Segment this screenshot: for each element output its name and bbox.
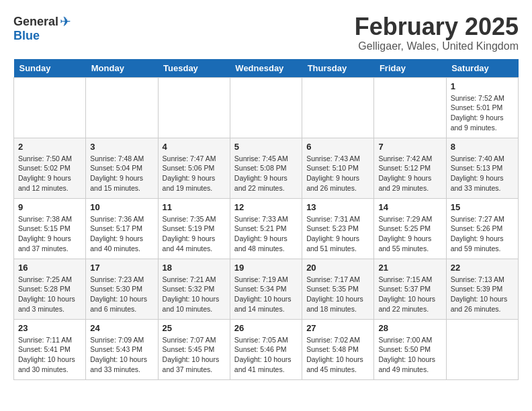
day-info: Sunrise: 7:19 AM Sunset: 5:34 PM Dayligh… [234, 275, 298, 314]
calendar-cell: 27Sunrise: 7:02 AM Sunset: 5:48 PM Dayli… [302, 319, 374, 379]
day-info: Sunrise: 7:00 AM Sunset: 5:50 PM Dayligh… [378, 335, 441, 375]
day-info: Sunrise: 7:21 AM Sunset: 5:32 PM Dayligh… [163, 275, 226, 314]
calendar-cell: 18Sunrise: 7:21 AM Sunset: 5:32 PM Dayli… [158, 259, 230, 319]
logo-blue-text: Blue [13, 29, 40, 42]
day-number: 24 [90, 323, 153, 333]
day-header-monday: Monday [86, 59, 158, 78]
calendar-cell: 24Sunrise: 7:09 AM Sunset: 5:43 PM Dayli… [86, 319, 158, 379]
day-number: 2 [18, 142, 81, 152]
day-info: Sunrise: 7:47 AM Sunset: 5:06 PM Dayligh… [163, 154, 226, 193]
calendar-cell [302, 77, 374, 138]
day-info: Sunrise: 7:50 AM Sunset: 5:02 PM Dayligh… [18, 154, 81, 193]
day-info: Sunrise: 7:13 AM Sunset: 5:39 PM Dayligh… [451, 275, 514, 314]
calendar-cell: 8Sunrise: 7:40 AM Sunset: 5:13 PM Daylig… [446, 138, 518, 198]
day-number: 14 [378, 202, 441, 212]
day-number: 25 [163, 323, 226, 333]
day-number: 8 [451, 142, 514, 152]
day-number: 13 [306, 202, 369, 212]
day-number: 21 [378, 263, 441, 273]
calendar-cell: 23Sunrise: 7:11 AM Sunset: 5:41 PM Dayli… [14, 319, 86, 379]
day-number: 22 [451, 263, 514, 273]
calendar-cell: 9Sunrise: 7:38 AM Sunset: 5:15 PM Daylig… [14, 198, 86, 259]
day-info: Sunrise: 7:25 AM Sunset: 5:28 PM Dayligh… [18, 275, 81, 314]
day-info: Sunrise: 7:23 AM Sunset: 5:30 PM Dayligh… [90, 275, 153, 314]
day-info: Sunrise: 7:38 AM Sunset: 5:15 PM Dayligh… [18, 214, 81, 254]
day-info: Sunrise: 7:07 AM Sunset: 5:45 PM Dayligh… [163, 335, 226, 375]
day-number: 16 [18, 263, 81, 273]
day-info: Sunrise: 7:48 AM Sunset: 5:04 PM Dayligh… [90, 154, 153, 193]
calendar-cell [158, 77, 230, 138]
calendar-subtitle: Gelligaer, Wales, United Kingdom [355, 40, 519, 52]
day-info: Sunrise: 7:43 AM Sunset: 5:10 PM Dayligh… [306, 154, 369, 193]
calendar-cell: 25Sunrise: 7:07 AM Sunset: 5:45 PM Dayli… [158, 319, 230, 379]
day-number: 15 [451, 202, 514, 212]
logo-general-text: General [13, 15, 58, 28]
page-header: General ✈ Blue February 2025 Gelligaer, … [13, 13, 519, 52]
calendar-cell: 10Sunrise: 7:36 AM Sunset: 5:17 PM Dayli… [86, 198, 158, 259]
day-number: 17 [90, 263, 153, 273]
day-number: 4 [163, 142, 226, 152]
day-number: 10 [90, 202, 153, 212]
day-number: 3 [90, 142, 153, 152]
day-number: 1 [451, 81, 514, 91]
calendar-cell: 6Sunrise: 7:43 AM Sunset: 5:10 PM Daylig… [302, 138, 374, 198]
calendar-cell: 20Sunrise: 7:17 AM Sunset: 5:35 PM Dayli… [302, 259, 374, 319]
day-info: Sunrise: 7:52 AM Sunset: 5:01 PM Dayligh… [451, 93, 514, 133]
day-info: Sunrise: 7:29 AM Sunset: 5:25 PM Dayligh… [378, 214, 441, 254]
day-info: Sunrise: 7:05 AM Sunset: 5:46 PM Dayligh… [234, 335, 298, 375]
calendar-cell: 11Sunrise: 7:35 AM Sunset: 5:19 PM Dayli… [158, 198, 230, 259]
calendar-cell: 4Sunrise: 7:47 AM Sunset: 5:06 PM Daylig… [158, 138, 230, 198]
calendar-cell: 5Sunrise: 7:45 AM Sunset: 5:08 PM Daylig… [230, 138, 302, 198]
day-info: Sunrise: 7:27 AM Sunset: 5:26 PM Dayligh… [451, 214, 514, 254]
calendar-cell [374, 77, 446, 138]
day-info: Sunrise: 7:40 AM Sunset: 5:13 PM Dayligh… [451, 154, 514, 193]
day-info: Sunrise: 7:35 AM Sunset: 5:19 PM Dayligh… [163, 214, 226, 254]
logo: General ✈ Blue [13, 13, 71, 42]
calendar-cell: 14Sunrise: 7:29 AM Sunset: 5:25 PM Dayli… [374, 198, 446, 259]
calendar-cell: 12Sunrise: 7:33 AM Sunset: 5:21 PM Dayli… [230, 198, 302, 259]
calendar-cell: 15Sunrise: 7:27 AM Sunset: 5:26 PM Dayli… [446, 198, 518, 259]
day-header-tuesday: Tuesday [158, 59, 230, 78]
day-info: Sunrise: 7:02 AM Sunset: 5:48 PM Dayligh… [306, 335, 369, 375]
day-info: Sunrise: 7:33 AM Sunset: 5:21 PM Dayligh… [234, 214, 298, 254]
calendar-cell: 26Sunrise: 7:05 AM Sunset: 5:46 PM Dayli… [230, 319, 302, 379]
calendar-cell: 1Sunrise: 7:52 AM Sunset: 5:01 PM Daylig… [446, 77, 518, 138]
calendar-cell: 3Sunrise: 7:48 AM Sunset: 5:04 PM Daylig… [86, 138, 158, 198]
day-header-friday: Friday [374, 59, 446, 78]
day-info: Sunrise: 7:42 AM Sunset: 5:12 PM Dayligh… [378, 154, 441, 193]
calendar-title: February 2025 [355, 13, 519, 40]
day-number: 20 [306, 263, 369, 273]
day-number: 6 [306, 142, 369, 152]
calendar-cell: 22Sunrise: 7:13 AM Sunset: 5:39 PM Dayli… [446, 259, 518, 319]
day-info: Sunrise: 7:15 AM Sunset: 5:37 PM Dayligh… [378, 275, 441, 314]
day-info: Sunrise: 7:09 AM Sunset: 5:43 PM Dayligh… [90, 335, 153, 375]
calendar-week-row: 23Sunrise: 7:11 AM Sunset: 5:41 PM Dayli… [14, 319, 519, 379]
day-info: Sunrise: 7:17 AM Sunset: 5:35 PM Dayligh… [306, 275, 369, 314]
day-number: 28 [378, 323, 441, 333]
day-number: 23 [18, 323, 81, 333]
calendar-cell: 16Sunrise: 7:25 AM Sunset: 5:28 PM Dayli… [14, 259, 86, 319]
calendar-cell: 28Sunrise: 7:00 AM Sunset: 5:50 PM Dayli… [374, 319, 446, 379]
calendar-title-section: February 2025 Gelligaer, Wales, United K… [355, 13, 519, 52]
calendar-table: SundayMondayTuesdayWednesdayThursdayFrid… [13, 59, 519, 380]
calendar-week-row: 2Sunrise: 7:50 AM Sunset: 5:02 PM Daylig… [14, 138, 519, 198]
day-number: 9 [18, 202, 81, 212]
calendar-cell: 2Sunrise: 7:50 AM Sunset: 5:02 PM Daylig… [14, 138, 86, 198]
calendar-week-row: 1Sunrise: 7:52 AM Sunset: 5:01 PM Daylig… [14, 77, 519, 138]
day-info: Sunrise: 7:36 AM Sunset: 5:17 PM Dayligh… [90, 214, 153, 254]
day-number: 12 [234, 202, 298, 212]
calendar-week-row: 9Sunrise: 7:38 AM Sunset: 5:15 PM Daylig… [14, 198, 519, 259]
day-number: 19 [234, 263, 298, 273]
calendar-cell [14, 77, 86, 138]
day-number: 7 [378, 142, 441, 152]
day-header-wednesday: Wednesday [230, 59, 302, 78]
calendar-cell: 7Sunrise: 7:42 AM Sunset: 5:12 PM Daylig… [374, 138, 446, 198]
logo-bird-icon: ✈ [60, 13, 71, 30]
calendar-cell: 19Sunrise: 7:19 AM Sunset: 5:34 PM Dayli… [230, 259, 302, 319]
day-info: Sunrise: 7:11 AM Sunset: 5:41 PM Dayligh… [18, 335, 81, 375]
calendar-week-row: 16Sunrise: 7:25 AM Sunset: 5:28 PM Dayli… [14, 259, 519, 319]
day-header-thursday: Thursday [302, 59, 374, 78]
calendar-cell [86, 77, 158, 138]
day-number: 11 [163, 202, 226, 212]
day-header-sunday: Sunday [14, 59, 86, 78]
